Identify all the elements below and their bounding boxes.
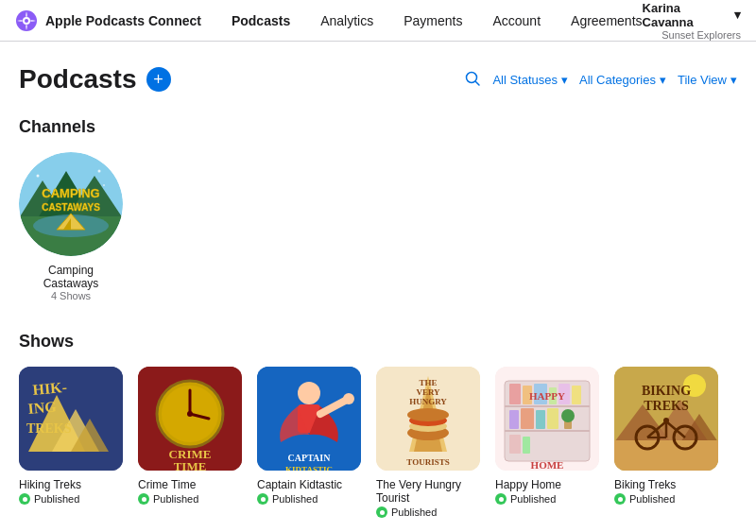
camping-castaways-artwork: CAMPING CASTAWAYS (19, 152, 123, 256)
logo[interactable]: Apple Podcasts Connect (15, 9, 201, 32)
show-card-happy-home[interactable]: HAPPY HOME Happy Home Published (495, 367, 599, 518)
channels-section: Channels (19, 117, 737, 301)
page-title-row: Podcasts + All Statuses ▾ All Categories… (19, 64, 737, 94)
status-label: Published (391, 506, 437, 518)
show-card-very-hungry-tourist[interactable]: THE VERY HUNGRY TOURISTS The Very Hungry… (376, 367, 480, 518)
svg-text:HUNGRY: HUNGRY (409, 397, 447, 406)
svg-text:KIDTASTIC: KIDTASTIC (285, 465, 333, 471)
chevron-down-icon: ▾ (660, 73, 666, 87)
user-name: Karina Cavanna ▾ (643, 1, 741, 29)
app-header: Apple Podcasts Connect Podcasts Analytic… (0, 0, 756, 42)
title-left: Podcasts + (19, 64, 171, 94)
status-label: Published (272, 493, 318, 505)
svg-point-47 (407, 408, 449, 421)
user-menu[interactable]: Karina Cavanna ▾ Sunset Explorers (643, 1, 741, 41)
status-filter-button[interactable]: All Statuses ▾ (492, 73, 568, 87)
channels-section-title: Channels (19, 117, 737, 137)
main-nav: Podcasts Analytics Payments Account Agre… (232, 13, 643, 28)
show-status: Published (257, 493, 361, 505)
svg-text:TREKS: TREKS (26, 421, 72, 436)
svg-point-16 (37, 175, 40, 178)
published-dot (138, 493, 149, 505)
shows-grid: HIK- ING TREKS Hiking Treks Published (19, 367, 737, 518)
main-content: Podcasts + All Statuses ▾ All Categories… (0, 42, 756, 532)
add-podcast-button[interactable]: + (146, 67, 171, 92)
svg-point-3 (467, 72, 477, 82)
published-dot (376, 506, 387, 518)
apple-podcasts-icon (15, 9, 38, 32)
show-title: The Very Hungry Tourist (376, 478, 480, 505)
channel-name: Camping Castaways (19, 264, 123, 290)
show-artwork-captain-kidtastic: CAPTAIN KIDTASTIC (257, 367, 361, 471)
svg-text:CASTAWAYS: CASTAWAYS (42, 202, 100, 213)
svg-text:HOME: HOME (531, 459, 564, 471)
svg-rect-61 (572, 386, 581, 404)
svg-rect-64 (536, 410, 545, 429)
shows-section-title: Shows (19, 332, 737, 352)
published-dot (19, 493, 30, 505)
show-title: Hiking Treks (19, 478, 123, 491)
svg-text:CAPTAIN: CAPTAIN (288, 453, 332, 463)
show-card-biking-treks[interactable]: BIKING TREKS Biking Treks (614, 367, 718, 518)
channel-artwork: CAMPING CASTAWAYS (19, 152, 123, 256)
svg-text:ING: ING (27, 398, 58, 417)
svg-text:HIK-: HIK- (32, 379, 68, 398)
category-filter-button[interactable]: All Categories ▾ (579, 73, 666, 87)
show-title: Happy Home (495, 478, 599, 491)
svg-rect-69 (523, 437, 530, 454)
show-artwork-happy-home: HAPPY HOME (495, 367, 599, 471)
svg-point-67 (561, 409, 575, 422)
svg-point-35 (298, 382, 320, 404)
show-title: Crime Time (138, 478, 242, 491)
svg-rect-56 (509, 384, 521, 404)
svg-point-31 (187, 411, 193, 417)
chevron-down-icon: ▾ (561, 73, 568, 87)
search-button[interactable] (464, 70, 481, 90)
published-dot (495, 493, 507, 505)
show-status: Published (376, 506, 480, 518)
svg-text:THE: THE (419, 378, 437, 387)
status-label: Published (629, 493, 675, 505)
nav-podcasts[interactable]: Podcasts (232, 13, 290, 28)
show-status: Published (138, 493, 242, 505)
svg-text:BIKING: BIKING (642, 384, 691, 398)
published-dot (257, 493, 268, 505)
svg-rect-62 (509, 410, 519, 429)
svg-text:HAPPY: HAPPY (529, 390, 565, 402)
status-label: Published (510, 493, 556, 505)
nav-payments[interactable]: Payments (404, 13, 462, 28)
show-card-captain-kidtastic[interactable]: CAPTAIN KIDTASTIC Captain Kidtastic Publ… (257, 367, 361, 518)
view-filter-button[interactable]: Tile View ▾ (678, 73, 737, 87)
svg-text:TOURISTS: TOURISTS (406, 457, 449, 467)
svg-point-17 (98, 170, 101, 173)
search-icon (464, 70, 481, 87)
status-label: Published (34, 493, 79, 505)
show-card-hiking-treks[interactable]: HIK- ING TREKS Hiking Treks Published (19, 367, 123, 518)
user-subtitle: Sunset Explorers (662, 29, 741, 41)
show-title: Biking Treks (614, 478, 718, 491)
published-dot (614, 493, 626, 505)
svg-point-2 (25, 19, 28, 23)
nav-analytics[interactable]: Analytics (320, 13, 373, 28)
nav-account[interactable]: Account (492, 13, 541, 28)
show-status: Published (495, 493, 599, 505)
show-status: Published (614, 493, 718, 505)
show-status: Published (19, 493, 123, 505)
svg-text:CAMPING: CAMPING (42, 186, 99, 200)
show-artwork-hiking-treks: HIK- ING TREKS (19, 367, 123, 471)
channel-count: 4 Shows (51, 290, 91, 301)
channel-card[interactable]: CAMPING CASTAWAYS Camping Castaways 4 Sh… (19, 152, 123, 301)
show-artwork-biking-treks: BIKING TREKS (614, 367, 718, 471)
svg-text:TIME: TIME (174, 459, 207, 471)
show-title: Captain Kidtastic (257, 478, 361, 491)
svg-point-18 (103, 184, 105, 186)
status-label: Published (153, 493, 198, 505)
show-artwork-very-hungry-tourist: THE VERY HUNGRY TOURISTS (376, 367, 480, 471)
svg-rect-63 (521, 408, 534, 429)
shows-section: Shows HIK- ING TREKS (19, 332, 737, 518)
svg-rect-76 (614, 440, 718, 471)
show-card-crime-time[interactable]: CRIME TIME Crime Time Published (138, 367, 242, 518)
nav-agreements[interactable]: Agreements (571, 13, 642, 28)
title-right: All Statuses ▾ All Categories ▾ Tile Vie… (464, 70, 737, 90)
chevron-down-icon: ▾ (730, 73, 737, 87)
